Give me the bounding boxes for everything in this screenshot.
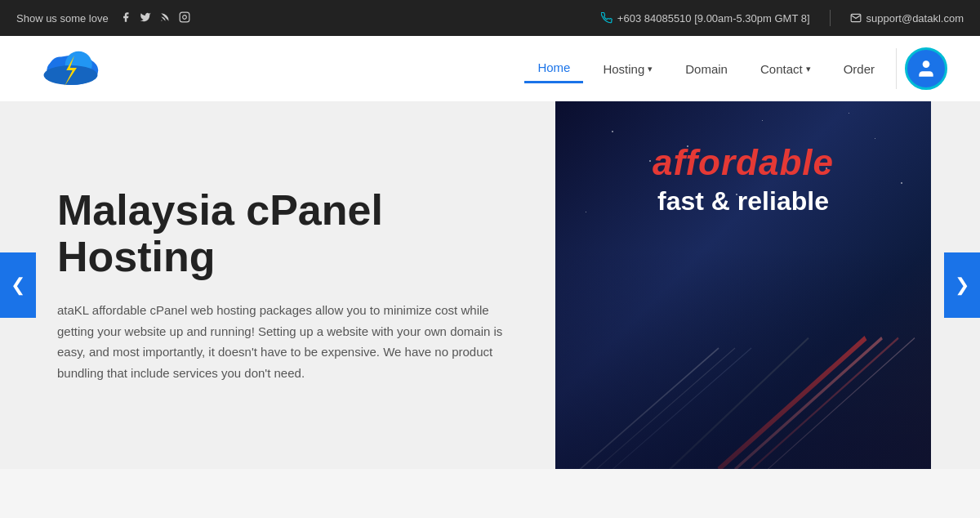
- topbar: Show us some love +603 84085510 [9.00am-…: [0, 0, 980, 36]
- facebook-icon[interactable]: [120, 11, 131, 25]
- topbar-email: support@datakl.com: [850, 12, 964, 25]
- hero-img-bg: affordable fast & reliable: [555, 101, 931, 469]
- phone-number: +603 84085510 [9.00am-5.30pm GMT 8]: [617, 12, 810, 25]
- topbar-separator: [830, 10, 831, 26]
- contact-caret: ▾: [806, 64, 811, 74]
- fast-reliable-text: fast & reliable: [555, 186, 931, 217]
- rss-icon[interactable]: [159, 11, 171, 25]
- logo-wrap[interactable]: [33, 42, 106, 96]
- email-address: support@datakl.com: [866, 12, 964, 25]
- nav-home[interactable]: Home: [524, 54, 583, 83]
- hero-image: affordable fast & reliable: [555, 101, 931, 469]
- nav-links: Home Hosting ▾ Domain Contact ▾ Order: [524, 54, 888, 83]
- love-text: Show us some love: [16, 12, 109, 25]
- img-overlay: [555, 248, 931, 469]
- hero-title: Malaysia cPanel Hosting: [57, 187, 514, 280]
- user-avatar[interactable]: [905, 47, 947, 90]
- nav-order[interactable]: Order: [831, 56, 888, 83]
- hero-description: ataKL affordable cPanel web hosting pack…: [57, 300, 514, 383]
- svg-rect-1: [180, 12, 189, 22]
- nav-separator: [896, 48, 897, 89]
- affordable-text: affordable: [555, 142, 931, 183]
- carousel-prev-button[interactable]: ❮: [0, 252, 36, 318]
- svg-point-0: [161, 20, 162, 20]
- instagram-icon[interactable]: [179, 11, 190, 25]
- social-icons: [120, 11, 190, 25]
- carousel-next-button[interactable]: ❯: [944, 252, 980, 318]
- logo-icon: [33, 42, 106, 96]
- hero-img-text: affordable fast & reliable: [555, 142, 931, 217]
- topbar-right: +603 84085510 [9.00am-5.30pm GMT 8] supp…: [601, 10, 964, 26]
- topbar-phone: +603 84085510 [9.00am-5.30pm GMT 8]: [601, 12, 810, 25]
- hero-left: Malaysia cPanel Hosting ataKL affordable…: [0, 101, 555, 469]
- hosting-caret: ▾: [648, 64, 653, 74]
- navbar: Home Hosting ▾ Domain Contact ▾ Order: [0, 36, 980, 101]
- svg-point-8: [923, 60, 930, 68]
- hero-section: ❮ Malaysia cPanel Hosting ataKL affordab…: [0, 101, 980, 469]
- topbar-left: Show us some love: [16, 11, 190, 25]
- nav-hosting[interactable]: Hosting ▾: [590, 56, 666, 83]
- nav-domain[interactable]: Domain: [672, 56, 741, 83]
- twitter-icon[interactable]: [140, 11, 151, 25]
- nav-contact[interactable]: Contact ▾: [747, 56, 824, 83]
